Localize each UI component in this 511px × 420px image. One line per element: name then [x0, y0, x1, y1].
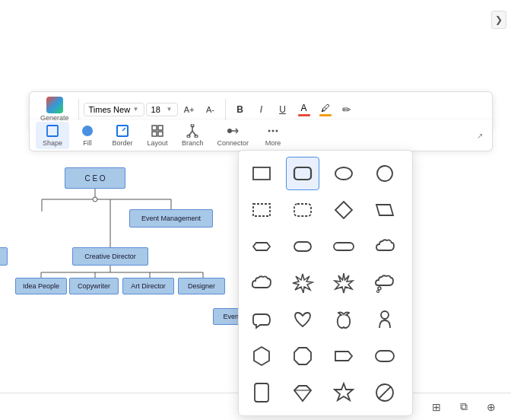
- layers-button[interactable]: ⧉: [453, 396, 474, 418]
- toolbar-row2: Shape Fill Border Layout: [29, 120, 493, 151]
- chevron-right-icon: ❯: [495, 14, 503, 25]
- shape-stadium[interactable]: [286, 230, 319, 263]
- tab-fill[interactable]: Fill: [71, 122, 104, 149]
- tab-border-label: Border: [112, 139, 132, 147]
- svg-line-57: [379, 387, 391, 399]
- shape-ellipse[interactable]: [327, 157, 360, 190]
- shape-gem[interactable]: [286, 376, 319, 409]
- right-chevron-button[interactable]: ❯: [491, 11, 506, 29]
- shape-thought-bubble[interactable]: [368, 266, 402, 300]
- branch-tab-icon: [186, 124, 199, 138]
- shape-dashed-rectangle[interactable]: [245, 193, 278, 227]
- org-node-left-partial[interactable]: [0, 247, 8, 266]
- tab-branch-label: Branch: [182, 139, 204, 147]
- divider-1: [78, 99, 79, 120]
- svg-line-15: [122, 128, 125, 131]
- underline-icon: U: [279, 104, 286, 115]
- shape-hexagon[interactable]: [245, 339, 278, 373]
- shape-tab-icon: [46, 124, 59, 138]
- shape-cloud[interactable]: [368, 230, 402, 263]
- underline-button[interactable]: U: [273, 100, 293, 119]
- text-options-button[interactable]: ✏: [337, 100, 357, 119]
- svg-rect-34: [294, 167, 311, 180]
- tab-border[interactable]: Border: [106, 122, 139, 149]
- shape-rectangle[interactable]: [245, 157, 278, 190]
- svg-marker-47: [254, 347, 269, 365]
- italic-button[interactable]: I: [252, 100, 271, 119]
- highlight-color-button[interactable]: 🖊: [316, 100, 335, 119]
- svg-rect-33: [253, 167, 270, 180]
- font-family-select[interactable]: Times New ▼: [84, 103, 144, 116]
- text-options-icon: ✏: [342, 103, 351, 116]
- generate-logo-icon: [46, 97, 63, 113]
- tab-more-label: More: [265, 139, 281, 147]
- tab-connector-label: Connector: [217, 139, 249, 147]
- svg-marker-49: [335, 352, 352, 361]
- bold-button[interactable]: B: [230, 100, 250, 119]
- shape-parallelogram[interactable]: [368, 193, 402, 227]
- tab-fill-label: Fill: [83, 139, 92, 147]
- highlight-icon: 🖊: [321, 103, 330, 113]
- tab-more[interactable]: More: [256, 122, 290, 149]
- svg-rect-38: [294, 204, 311, 216]
- shape-heart[interactable]: [286, 303, 319, 336]
- highlight-color-swatch: [319, 114, 332, 116]
- shape-rounded-wide[interactable]: [327, 230, 360, 263]
- tab-branch[interactable]: Branch: [176, 122, 210, 149]
- zoom-button[interactable]: ⊕: [481, 396, 502, 418]
- org-chart: C E O Event Management Creative Director…: [0, 160, 236, 388]
- shape-apple[interactable]: [327, 303, 360, 336]
- shape-person[interactable]: [368, 303, 402, 336]
- org-node-art-director[interactable]: Art Director: [122, 278, 174, 294]
- fill-tab-icon: [81, 124, 94, 138]
- shape-badge[interactable]: [245, 376, 278, 409]
- shape-speech-thought[interactable]: [245, 303, 278, 336]
- increase-font-icon: A+: [184, 105, 195, 114]
- svg-rect-18: [152, 132, 157, 136]
- org-node-event-mgmt[interactable]: Event Management: [129, 209, 213, 228]
- border-tab-icon: [116, 124, 129, 138]
- shape-burst[interactable]: [286, 266, 319, 300]
- svg-rect-12: [47, 126, 58, 136]
- shape-circle[interactable]: [368, 157, 402, 190]
- shape-octagon[interactable]: [286, 339, 319, 373]
- font-color-button[interactable]: A: [294, 100, 314, 119]
- org-node-designer[interactable]: Designer: [178, 278, 225, 294]
- toolbar-collapse-button[interactable]: ↗: [474, 129, 486, 142]
- generate-button[interactable]: Generate: [36, 95, 74, 123]
- font-size-chevron-icon: ▼: [167, 106, 173, 113]
- layers-icon: ⧉: [460, 400, 468, 413]
- shape-diamond[interactable]: [327, 193, 360, 227]
- increase-font-button[interactable]: A+: [179, 100, 199, 119]
- shape-no-symbol[interactable]: [368, 376, 402, 409]
- svg-point-26: [227, 129, 232, 133]
- more-tab-icon: [266, 124, 280, 138]
- grid-view-button[interactable]: ⊞: [426, 396, 447, 418]
- svg-marker-55: [335, 383, 353, 400]
- shape-dashed-rounded[interactable]: [286, 193, 319, 227]
- svg-rect-42: [294, 242, 311, 251]
- tab-layout[interactable]: Layout: [141, 122, 174, 149]
- layout-tab-icon: [151, 124, 164, 138]
- shape-cloud-outline2[interactable]: [245, 266, 278, 300]
- tab-shape[interactable]: Shape: [36, 122, 69, 149]
- shape-star[interactable]: [327, 376, 360, 409]
- tab-connector[interactable]: Connector: [211, 122, 256, 149]
- shape-rounded-rectangle[interactable]: [286, 157, 319, 190]
- org-node-idea-people[interactable]: Idea People: [15, 278, 67, 294]
- org-node-creative-dir[interactable]: Creative Director: [72, 247, 148, 266]
- svg-point-46: [381, 311, 389, 319]
- svg-rect-16: [152, 126, 157, 130]
- decrease-font-button[interactable]: A-: [201, 100, 221, 119]
- italic-icon: I: [260, 104, 262, 115]
- svg-point-32: [276, 130, 278, 132]
- org-node-ceo[interactable]: C E O: [65, 167, 125, 189]
- font-size-select[interactable]: 18 ▼: [146, 103, 178, 116]
- org-node-copywriter[interactable]: Copywriter: [69, 278, 119, 294]
- shape-star-burst[interactable]: [327, 266, 360, 300]
- svg-point-35: [335, 167, 352, 180]
- svg-point-36: [377, 166, 392, 181]
- shape-arrow-pentagon[interactable]: [327, 339, 360, 373]
- shape-hexagon-flat[interactable]: [245, 230, 278, 263]
- shape-rounded-rect-2[interactable]: [368, 339, 402, 373]
